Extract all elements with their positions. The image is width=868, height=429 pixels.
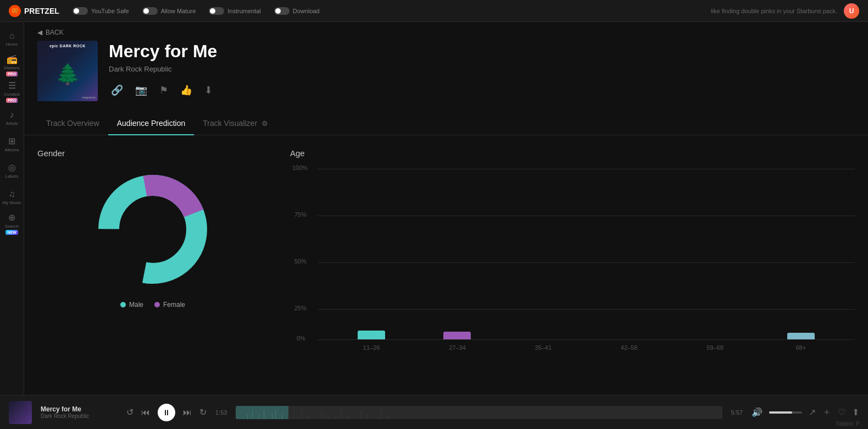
sidebar-item-curated[interactable]: ☰ Curated PRO [1, 79, 23, 103]
tab-track-visualizer[interactable]: Track Visualizer ⚙ [194, 112, 277, 135]
stations-badge: PRO [6, 72, 18, 76]
female-label: Female [163, 301, 185, 309]
gender-chart-title: Gender [37, 148, 268, 158]
gender-section: Gender [37, 148, 268, 356]
player-right-controls: 🔊 ↗ ＋ ♡ ⬆ [752, 406, 859, 418]
track-actions: 🔗 📷 ⚑ 👍 ⬇ [109, 82, 855, 98]
sidebar-item-search[interactable]: ⊕ Search NEW [1, 211, 23, 235]
grid-label-25: 25% [294, 305, 307, 311]
sidebar-item-home[interactable]: ⌂ Home [1, 26, 23, 51]
next-button[interactable]: ⏭ [183, 408, 192, 417]
grid-label-50: 50% [294, 258, 307, 265]
volume-bar[interactable] [769, 411, 802, 414]
share-button[interactable]: ↗ [809, 407, 816, 417]
heart-button[interactable]: ♡ [838, 407, 845, 417]
user-avatar[interactable]: U [844, 3, 859, 19]
svg-rect-70 [397, 418, 398, 419]
add-button[interactable]: ＋ [822, 406, 831, 418]
tabs: Track Overview Audience Prediction Track… [24, 112, 868, 135]
labels-icon: ◎ [8, 162, 16, 173]
female-dot [154, 302, 160, 307]
svg-rect-53 [341, 410, 342, 419]
instrumental-switch[interactable] [209, 7, 224, 15]
search-badge: NEW [5, 230, 18, 235]
allow-mature-switch[interactable] [142, 7, 158, 15]
sidebar-item-stations[interactable]: 📻 Stations PRO [1, 53, 23, 77]
link-button[interactable]: 🔗 [109, 82, 125, 98]
albums-icon: ⊞ [8, 136, 15, 146]
back-label: BACK [46, 29, 64, 36]
sidebar-label-my-music: My Music [3, 200, 21, 205]
svg-rect-57 [354, 418, 355, 419]
svg-rect-41 [302, 410, 302, 419]
svg-rect-49 [328, 414, 329, 419]
progress-track[interactable] [236, 406, 722, 419]
svg-rect-45 [315, 418, 315, 419]
album-art-label: epic DARK ROCK [49, 44, 86, 48]
grid-label-75: 75% [294, 211, 307, 218]
svg-rect-64 [377, 418, 378, 419]
back-arrow-icon: ◀ [37, 29, 42, 36]
age-section: Age 100% 75% 50% 25% 0% [290, 148, 855, 356]
player-controls: ↺ ⏮ ⏸ ⏭ ↻ [126, 404, 207, 421]
bar-rect-68plus [787, 333, 815, 339]
sidebar: ⌂ Home 📻 Stations PRO ☰ Curated PRO ♪ Ar… [0, 22, 24, 395]
upload-button[interactable]: ⬆ [852, 407, 859, 417]
download-toggle[interactable]: Download [274, 7, 320, 15]
legend-male: Male [120, 301, 143, 309]
x-label-35-41: 35–41 [500, 344, 586, 351]
sidebar-label-albums: Albums [4, 147, 19, 152]
ai-icon: ⚙ [261, 119, 268, 128]
logo-icon: 🥨 [9, 5, 21, 17]
bars-container [318, 169, 855, 339]
grid-label-100: 100% [292, 164, 308, 171]
flag-button[interactable]: ⚑ [157, 82, 170, 98]
download-button[interactable]: ⬇ [202, 82, 215, 98]
sidebar-item-my-music[interactable]: ♫ My Music [1, 185, 23, 209]
sidebar-label-home: Home [6, 42, 18, 47]
album-art-tree-icon: 🌲 [55, 63, 80, 86]
youtube-safe-switch[interactable] [73, 7, 88, 15]
tab-audience-prediction[interactable]: Audience Prediction [108, 112, 194, 135]
sidebar-label-labels: Labels [5, 174, 19, 179]
repeat-button[interactable]: ↻ [199, 407, 207, 417]
volume-fill [769, 411, 792, 414]
back-button[interactable]: ◀ BACK [24, 22, 77, 41]
x-label-27-34: 27–34 [414, 344, 500, 351]
pause-button[interactable]: ⏸ [158, 404, 175, 421]
player-track-name: Mercy for Me [41, 405, 118, 413]
player-progress-bar[interactable] [236, 405, 722, 420]
rewind-button[interactable]: ↺ [126, 407, 133, 417]
prev-button[interactable]: ⏮ [141, 408, 150, 417]
instrumental-toggle[interactable]: Instrumental [209, 7, 261, 15]
sidebar-item-labels[interactable]: ◎ Labels [1, 158, 23, 183]
download-switch[interactable] [274, 7, 290, 15]
sidebar-item-artists[interactable]: ♪ Artists [1, 106, 23, 130]
volume-icon[interactable]: 🔊 [752, 407, 763, 417]
camera-button[interactable]: 📷 [133, 82, 149, 98]
svg-rect-43 [308, 414, 309, 419]
tab-track-overview[interactable]: Track Overview [37, 112, 108, 135]
thumbup-button[interactable]: 👍 [178, 82, 194, 98]
album-art-sub: megatrax [82, 96, 96, 99]
player: Mercy for Me Dark Rock Republic ↺ ⏮ ⏸ ⏭ … [0, 395, 868, 429]
player-duration: 5:57 [731, 409, 743, 416]
allow-mature-toggle[interactable]: Allow Mature [142, 7, 196, 15]
sidebar-item-albums[interactable]: ⊞ Albums [1, 132, 23, 156]
x-label-59-68: 59–68 [672, 344, 758, 351]
content-area: ◀ BACK epic DARK ROCK 🌲 megatrax Mercy f… [24, 22, 868, 395]
male-dot [120, 302, 126, 307]
search-icon: ⊕ [8, 212, 15, 223]
bar-rect-11-26 [358, 331, 385, 339]
svg-rect-65 [381, 410, 381, 419]
sidebar-label-stations: Stations [4, 65, 20, 70]
youtube-safe-toggle[interactable]: YouTube Safe [73, 7, 129, 15]
bar-27-34 [414, 332, 500, 339]
logo-text: PRETZEL [24, 7, 59, 15]
x-label-42-58: 42–58 [586, 344, 672, 351]
player-current-time: 1:53 [215, 409, 227, 416]
player-track-info: Mercy for Me Dark Rock Republic [41, 405, 118, 419]
track-header: epic DARK ROCK 🌲 megatrax Mercy for Me D… [24, 41, 868, 112]
svg-rect-34 [236, 406, 288, 419]
main-layout: ⌂ Home 📻 Stations PRO ☰ Curated PRO ♪ Ar… [0, 22, 868, 395]
